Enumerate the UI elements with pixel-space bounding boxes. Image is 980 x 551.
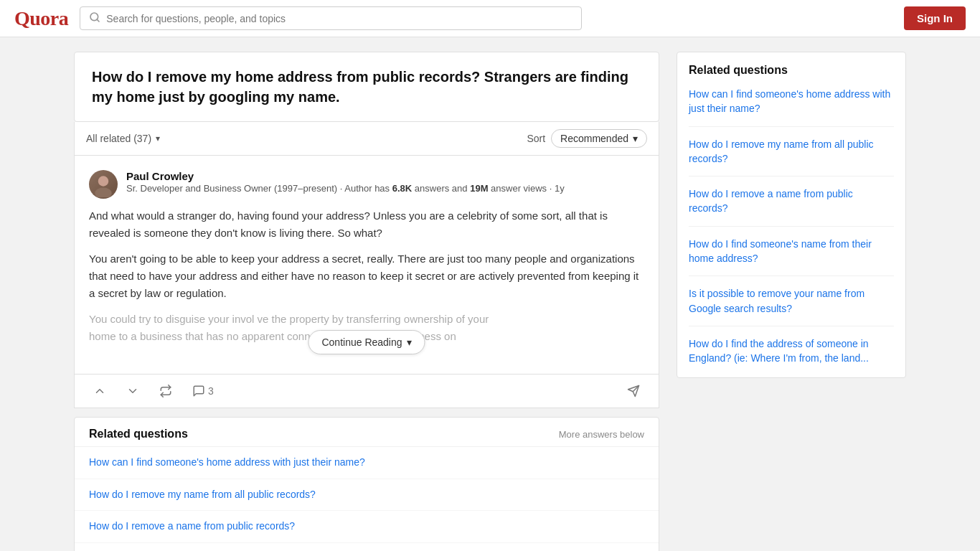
repost-icon [159, 385, 172, 397]
comment-button[interactable]: 3 [188, 382, 218, 400]
all-related-filter[interactable]: All related (37) ▾ [86, 133, 160, 144]
author-name[interactable]: Paul Crowley [126, 170, 644, 182]
avatar [89, 170, 118, 199]
action-bar: 3 [74, 375, 659, 408]
avatar-placeholder [89, 170, 118, 199]
sidebar-link-5[interactable]: How do I find the address of someone in … [689, 336, 894, 366]
faded-text-1: You could try to disguise your invol [89, 313, 254, 325]
sidebar-title: Related questions [689, 64, 894, 77]
inline-related-link-1[interactable]: How do I remove my name from all public … [75, 479, 659, 512]
sidebar-link-3[interactable]: How do I find someone's name from their … [689, 237, 894, 277]
page-container: How do I remove my home address from pub… [60, 37, 920, 551]
svg-line-1 [97, 19, 99, 22]
answers-label: answers and [415, 183, 468, 194]
answers-count: 6.8K [392, 183, 412, 194]
sidebar-link-0[interactable]: How can I find someone's home address wi… [689, 87, 894, 127]
answer-paragraph-2: You aren't going to be able to keep your… [89, 250, 644, 302]
search-input[interactable] [106, 13, 573, 24]
downvote-button[interactable] [122, 382, 143, 400]
sidebar-link-4[interactable]: Is it possible to remove your name from … [689, 286, 894, 326]
more-answers-label: More answers below [559, 429, 644, 440]
downvote-icon [126, 385, 139, 397]
answer-paragraph-1: And what would a stranger do, having fou… [89, 207, 644, 242]
chevron-down-icon: ▾ [156, 133, 160, 143]
sort-label: Sort [527, 133, 545, 144]
author-row: Paul Crowley Sr. Developer and Business … [89, 170, 644, 199]
continue-reading-label: Continue Reading [321, 336, 402, 348]
views-label: answer views · [491, 183, 552, 194]
comment-count: 3 [208, 385, 214, 397]
chevron-down-icon: ▾ [633, 133, 638, 144]
svg-point-3 [95, 188, 111, 198]
recommended-label: Recommended [560, 133, 628, 144]
answer-body: And what would a stranger do, having fou… [89, 207, 644, 302]
author-info: Paul Crowley Sr. Developer and Business … [126, 170, 644, 195]
filter-bar: All related (37) ▾ Sort Recommended ▾ [74, 122, 659, 156]
chevron-down-icon: ▾ [407, 336, 412, 348]
answer-time: 1y [555, 183, 565, 194]
inline-related-link-2[interactable]: How do I remove a name from public recor… [75, 511, 659, 543]
all-related-label: All related (37) [86, 133, 151, 144]
faded-text: You could try to disguise your invol ve … [89, 311, 644, 328]
quora-logo[interactable]: Quora [14, 7, 68, 30]
related-questions-title: Related questions [89, 428, 188, 441]
sign-in-button[interactable]: Sign In [904, 6, 966, 30]
upvote-icon [93, 385, 106, 397]
continue-reading-overlay: You could try to disguise your invol ve … [89, 311, 644, 374]
inline-related-link-0[interactable]: How can I find someone's home address wi… [75, 447, 659, 479]
question-card: How do I remove my home address from pub… [74, 52, 659, 122]
upvote-button[interactable] [89, 382, 110, 400]
sidebar-card: Related questions How can I find someone… [677, 52, 906, 378]
search-icon [89, 11, 100, 25]
sort-section: Sort Recommended ▾ [527, 129, 647, 148]
sidebar: Related questions How can I find someone… [677, 52, 906, 378]
author-credentials: Sr. Developer and Business Owner (1997–p… [126, 182, 644, 195]
related-header: Related questions More answers below [75, 418, 659, 447]
sidebar-link-1[interactable]: How do I remove my name from all public … [689, 137, 894, 177]
main-content: How do I remove my home address from pub… [74, 52, 659, 551]
inline-related-link-3[interactable]: How do I find someone's name from their … [75, 543, 659, 551]
continue-reading-button[interactable]: Continue Reading ▾ [308, 330, 425, 354]
sort-dropdown[interactable]: Recommended ▾ [551, 129, 647, 148]
svg-point-2 [98, 176, 108, 186]
repost-button[interactable] [155, 382, 176, 400]
share-icon [627, 385, 640, 397]
header: Quora Sign In [0, 0, 980, 37]
share-button[interactable] [623, 382, 644, 400]
credentials-text: Sr. Developer and Business Owner (1997–p… [126, 183, 390, 194]
question-title: How do I remove my home address from pub… [92, 67, 641, 107]
related-questions-inline: Related questions More answers below How… [74, 417, 659, 551]
sidebar-link-2[interactable]: How do I remove a name from public recor… [689, 187, 894, 227]
views-count: 19M [470, 183, 488, 194]
search-bar [80, 6, 582, 30]
comment-icon [192, 385, 205, 397]
answer-card: Paul Crowley Sr. Developer and Business … [74, 156, 659, 375]
